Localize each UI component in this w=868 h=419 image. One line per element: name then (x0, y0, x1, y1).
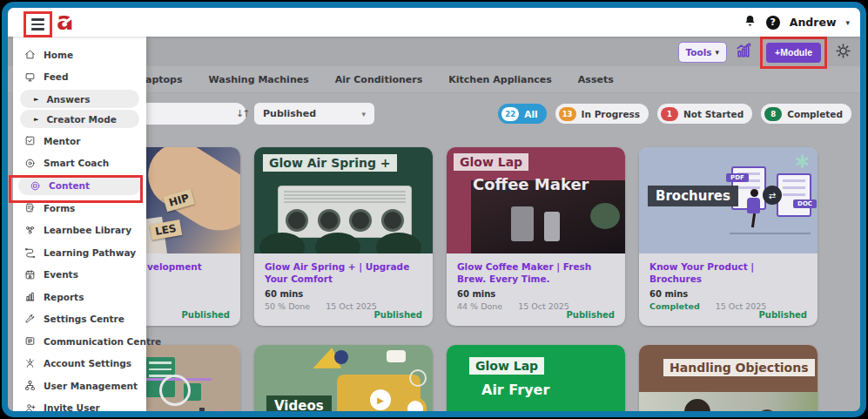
person-illustration (747, 189, 760, 227)
feed-icon (24, 71, 36, 83)
card-duration: 60 mins (265, 289, 422, 299)
globe-icon (409, 369, 427, 387)
content-toolbar: Tools ▾ +Module (678, 39, 851, 65)
sidebar-item-label: User Management (44, 381, 138, 391)
gear-icon[interactable] (835, 43, 851, 63)
status-pill-in-progress[interactable]: 13In Progress (555, 104, 649, 124)
card-title: Glow Coffee Maker | Fresh Brew. Every Ti… (457, 260, 615, 285)
sidebar-item-label: Reports (44, 292, 84, 302)
sidebar-item-learning-pathway[interactable]: Learning Pathway (13, 241, 146, 264)
card-progress: 50 % Done (265, 301, 310, 311)
sidebar-item-events[interactable]: Events (13, 264, 146, 287)
screenshot-stage: aptopsWashing MachinesAir ConditionersKi… (0, 0, 868, 419)
tools-dropdown-button[interactable]: Tools ▾ (678, 42, 728, 63)
module-card[interactable]: Glow LapCoffee MakerGlow Coffee Maker | … (447, 147, 625, 326)
sidebar-item-feed[interactable]: Feed (13, 66, 146, 89)
ac-unit (278, 186, 412, 238)
module-card[interactable]: Glow LapAir Fryer (447, 345, 625, 411)
settings-centre-icon (24, 314, 36, 325)
module-card[interactable]: Glow Air Spring +Glow Air Spring + | Upg… (254, 147, 433, 326)
module-card[interactable]: PDFDOC⇄BrochuresKnow Your Product | Broc… (639, 147, 818, 326)
status-pill-completed[interactable]: 8Completed (761, 104, 851, 124)
sidebar-item-learnbee-library[interactable]: Learnbee Library (13, 220, 146, 242)
status-filter-value: Published (263, 108, 316, 119)
megaphone-base (334, 350, 348, 364)
pill-label: Completed (787, 109, 843, 119)
sidebar-item-reports[interactable]: Reports (13, 286, 146, 308)
sidebar-item-creator-mode[interactable]: ►Creator Mode (20, 110, 139, 128)
tab-kitchen-appliances[interactable]: Kitchen Appliances (448, 74, 552, 85)
sidebar-item-forms[interactable]: Forms (13, 197, 146, 220)
brand-logo[interactable]: a (57, 8, 74, 37)
pill-label: Not Started (683, 109, 744, 119)
tab-washing-machines[interactable]: Washing Machines (209, 74, 309, 85)
annotation-box-hamburger (24, 11, 52, 37)
status-pill-all[interactable]: 22All (498, 104, 546, 124)
target-icon (404, 397, 427, 411)
coffee-grinder (544, 212, 560, 241)
chevron-down-icon[interactable]: ▾ (845, 18, 850, 27)
sidebar-item-settings-centre[interactable]: Settings Centre (13, 308, 146, 331)
status-pill-not-started[interactable]: 1Not Started (657, 104, 752, 124)
play-icon: ▶ (370, 389, 391, 410)
sidebar-item-account-settings[interactable]: Account Settings (13, 353, 146, 375)
top-bar: a ? Andrew ▾ (8, 8, 860, 37)
sidebar-item-mentor[interactable]: Mentor (13, 130, 146, 152)
fan (381, 209, 404, 232)
pill-count-badge: 8 (764, 107, 782, 121)
notification-bell-icon[interactable] (744, 14, 757, 30)
module-card[interactable]: ▶Videos (254, 345, 433, 411)
card-date: 15 Oct 2025 (518, 301, 569, 311)
magnifier-icon (159, 375, 191, 406)
card-banner-text: Handling Objections (663, 359, 815, 376)
analytics-icon[interactable] (735, 42, 752, 63)
sidebar-item-answers[interactable]: ►Answers (20, 90, 139, 108)
plant (590, 203, 620, 229)
mentor-icon (24, 135, 36, 146)
sidebar-item-label: Account Settings (44, 358, 131, 368)
communication-icon (24, 335, 36, 347)
card-duration: 60 mins (649, 289, 807, 299)
add-module-button[interactable]: +Module (766, 43, 821, 63)
navigation-sidebar: HomeFeed►Answers►Creator ModeMentorSmart… (13, 37, 146, 411)
card-image: Glow Air Spring + (254, 147, 433, 253)
sidebar-item-invite-user[interactable]: Invite User (13, 397, 146, 412)
card-image: Glow LapAir Fryer (447, 345, 625, 411)
sidebar-item-content[interactable]: Content (18, 176, 141, 195)
card-image: Glow LapCoffee Maker (447, 147, 625, 253)
pathway-icon (24, 247, 36, 258)
tab-air-conditioners[interactable]: Air Conditioners (335, 74, 423, 85)
sidebar-item-home[interactable]: Home (13, 44, 146, 66)
person-head (684, 399, 710, 411)
card-progress: 44 % Done (457, 301, 502, 311)
user-menu[interactable]: Andrew (790, 16, 837, 29)
coffee-machine (511, 206, 534, 241)
tab-aptops[interactable]: aptops (145, 74, 183, 85)
sidebar-item-user-management[interactable]: User Management (13, 375, 146, 397)
sidebar-item-label: Answers (46, 94, 90, 105)
help-icon[interactable]: ? (766, 16, 780, 30)
chevron-right-icon: ► (34, 96, 38, 103)
card-body: Glow Air Spring + | Upgrade Your Comfort… (254, 253, 433, 326)
pill-label: In Progress (582, 109, 640, 119)
library-icon (24, 225, 36, 236)
home-icon (24, 49, 36, 60)
sidebar-item-communication-centre[interactable]: Communication Centre (13, 330, 146, 353)
person-head (757, 409, 777, 411)
sidebar-item-label: Home (44, 50, 73, 60)
annotation-box-module: +Module (760, 37, 827, 69)
sidebar-item-smart-coach[interactable]: Smart Coach (13, 152, 146, 175)
card-body: Glow Coffee Maker | Fresh Brew. Every Ti… (447, 253, 625, 326)
sort-icon[interactable]: ↓↑ (236, 108, 248, 119)
sidebar-item-label: Settings Centre (44, 314, 124, 324)
sidebar-item-label: Invite User (44, 402, 100, 411)
account-settings-icon (24, 358, 36, 369)
tab-assets[interactable]: Assets (578, 74, 614, 85)
card-status-badge: Published (759, 310, 807, 320)
status-filter-dropdown[interactable]: Published ▾ (254, 103, 374, 125)
card-banner-text: Brochures (648, 186, 738, 206)
status-count-pills: 22All13In Progress1Not Started8Completed (498, 104, 851, 124)
transfer-arrows-icon: ⇄ (763, 186, 782, 205)
sidebar-item-label: Mentor (44, 136, 80, 146)
module-card[interactable]: Handling Objections (639, 345, 818, 411)
